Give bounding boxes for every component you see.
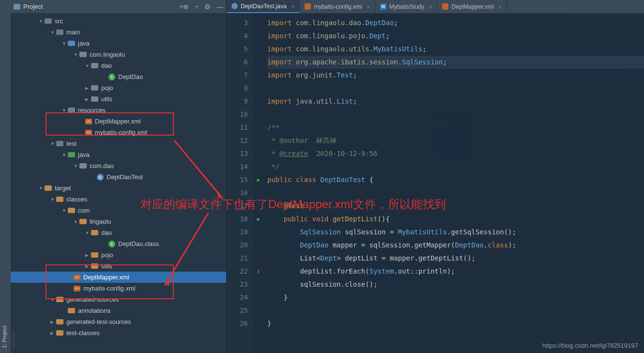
code-body[interactable]: import com.lingaolu.dao.DeptDao;import c… xyxy=(263,14,644,353)
override-gutter-icon[interactable]: ⬆ xyxy=(254,265,263,278)
tree-test-java[interactable]: java xyxy=(11,149,226,160)
tree-java[interactable]: java xyxy=(11,38,226,49)
editor-tabs: DeptDaoTest.java×mybatis-config.xml×mMyb… xyxy=(227,0,644,14)
tree-deptdao-class[interactable]: IDeptDao.class xyxy=(11,238,226,249)
tree-utils[interactable]: utils xyxy=(11,93,226,105)
line-gutter: 3456789101112131415161718192021222324252… xyxy=(227,14,254,353)
tree-gen-sources[interactable]: generated-sources xyxy=(11,294,226,305)
tab-label: mybatis-config.xml xyxy=(314,3,362,10)
tab-mybatis-config-xml[interactable]: mybatis-config.xml× xyxy=(300,0,375,13)
tab-label: DeptMapper.xml xyxy=(451,3,493,10)
java-file-icon xyxy=(231,3,238,9)
run-gutter-icon[interactable]: ▶ xyxy=(254,213,263,226)
tree-deptmapper-xml2[interactable]: </>DeptMapper.xml xyxy=(11,272,226,283)
settings-icon[interactable]: ⚙ xyxy=(204,3,211,11)
tab-mybatisstudy[interactable]: mMybatisStudy× xyxy=(375,0,437,13)
run-gutter-icon[interactable]: ▶ xyxy=(254,173,263,186)
tree-pojo[interactable]: pojo xyxy=(11,82,226,93)
tree-deptmapper-xml[interactable]: </>DeptMapper.xml xyxy=(11,116,226,127)
tab-label: MybatisStudy xyxy=(389,3,424,10)
side-project-label[interactable]: 1: Project xyxy=(0,0,9,353)
tree-main[interactable]: main xyxy=(11,27,226,38)
tree-deptdao[interactable]: IDeptDao xyxy=(11,71,226,82)
tree-pkg[interactable]: com.lingaolu xyxy=(11,49,226,60)
m-file-icon: m xyxy=(380,3,386,10)
project-dropdown-icon[interactable]: ▾ xyxy=(180,3,183,10)
gutter-icons: ▶▶⬆ xyxy=(254,14,263,353)
tree-target[interactable]: target xyxy=(11,183,226,194)
project-tree[interactable]: src main java com.lingaolu dao IDeptDao … xyxy=(11,14,226,353)
side-tool-strip[interactable]: 1: Project tructure xyxy=(0,0,11,353)
tree-com[interactable]: com xyxy=(11,205,226,216)
tree-com-dao[interactable]: com.dao xyxy=(11,160,226,171)
code-editor[interactable]: 3456789101112131415161718192021222324252… xyxy=(227,14,644,353)
tree-test-classes[interactable]: test-classes xyxy=(11,327,226,338)
editor-area: DeptDaoTest.java×mybatis-config.xml×mMyb… xyxy=(227,0,644,353)
close-icon[interactable]: × xyxy=(499,4,502,10)
tree-mybatis-config[interactable]: </>mybatis-config.xml xyxy=(11,127,226,138)
tree-src[interactable]: src xyxy=(11,15,226,27)
tab-deptmapper-xml[interactable]: DeptMapper.xml× xyxy=(437,0,507,13)
project-panel: Project ▾ ⊕ ÷ ⚙ — src main java com.ling… xyxy=(11,0,227,353)
locate-icon[interactable]: ⊕ xyxy=(183,3,189,11)
close-icon[interactable]: × xyxy=(291,3,294,9)
tree-pojo2[interactable]: pojo xyxy=(11,249,226,261)
tab-label: DeptDaoTest.java xyxy=(241,3,287,10)
xml-file-icon xyxy=(442,3,448,10)
tab-deptdaotest-java[interactable]: DeptDaoTest.java× xyxy=(227,0,300,13)
xml-file-icon xyxy=(305,3,311,10)
tree-test[interactable]: test xyxy=(11,138,226,149)
hide-icon[interactable]: — xyxy=(216,3,223,11)
tree-classes[interactable]: classes xyxy=(11,194,226,205)
tree-resources[interactable]: resources xyxy=(11,105,226,116)
project-icon xyxy=(14,4,20,10)
tree-gen-test-sources[interactable]: generated-test-sources xyxy=(11,316,226,327)
close-icon[interactable]: × xyxy=(367,4,370,10)
tree-utils2[interactable]: utils xyxy=(11,261,226,272)
tree-lingaolu[interactable]: lingaolu xyxy=(11,216,226,227)
tree-dao2[interactable]: dao xyxy=(11,227,226,238)
tree-deptdaotest[interactable]: CDeptDaoTest xyxy=(11,171,226,183)
close-icon[interactable]: × xyxy=(429,4,432,10)
project-title[interactable]: Project xyxy=(23,3,178,10)
tree-mybatis-config2[interactable]: </>mybatis-config.xml xyxy=(11,283,226,294)
collapse-icon[interactable]: ÷ xyxy=(195,3,199,11)
project-header: Project ▾ ⊕ ÷ ⚙ — xyxy=(11,0,226,14)
tree-dao[interactable]: dao xyxy=(11,60,226,71)
tree-annotations[interactable]: annotations xyxy=(11,305,226,316)
